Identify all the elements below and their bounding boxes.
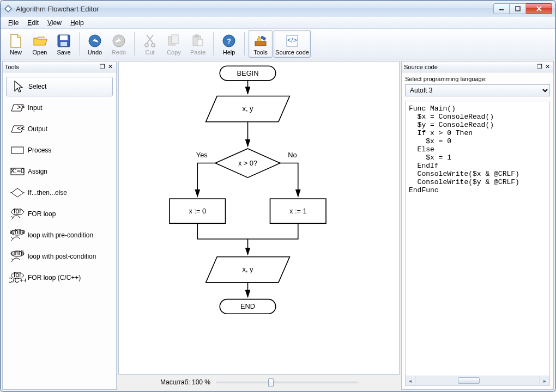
tool-input[interactable]: >> Input	[6, 98, 113, 118]
tool-select[interactable]: Select	[6, 77, 113, 96]
while-icon: while	[9, 229, 26, 241]
tools-pane: Tools ❐ ✕ Select >> Input << Output	[2, 61, 117, 390]
tool-if[interactable]: If...then...else	[6, 183, 113, 203]
help-icon: ?	[221, 33, 237, 48]
menubar: File Edit View Help	[1, 17, 555, 29]
toolbar: New Open Save Undo	[1, 29, 555, 59]
node-output: x, y	[243, 265, 254, 273]
svg-rect-1	[516, 7, 520, 11]
svg-rect-19	[261, 36, 266, 40]
svg-text:</>: </>	[287, 36, 297, 44]
svg-rect-12	[172, 35, 178, 44]
tools-icon	[253, 33, 268, 48]
label-no: No	[288, 151, 297, 159]
scroll-right-icon[interactable]: ▸	[540, 376, 549, 385]
for-c-icon: forC/C++	[9, 272, 26, 284]
output-icon: <<	[9, 125, 26, 133]
node-end: END	[240, 302, 255, 310]
svg-point-9	[145, 44, 148, 47]
svg-text:>>: >>	[17, 103, 25, 111]
language-select[interactable]: AutoIt 3	[405, 84, 550, 96]
source-code-icon: </>	[285, 33, 300, 48]
canvas-area: BEGIN x, y x > 0? Yes No x :=	[118, 61, 400, 390]
svg-text:until: until	[11, 250, 24, 257]
save-icon	[56, 33, 71, 48]
tool-until[interactable]: until loop with post-condition	[6, 247, 113, 266]
redo-icon	[111, 33, 126, 48]
zoom-slider[interactable]	[216, 377, 358, 387]
node-decision: x > 0?	[238, 159, 257, 167]
zoom-bar: Масштаб: 100 %	[118, 375, 400, 390]
source-pane-dock-button[interactable]: ❐	[536, 63, 543, 71]
menu-help[interactable]: Help	[66, 18, 88, 28]
for-icon: for	[9, 208, 26, 220]
menu-file[interactable]: File	[4, 18, 23, 28]
svg-point-10	[152, 44, 155, 47]
process-icon	[9, 146, 26, 155]
source-hscrollbar[interactable]: ◂ ▸	[405, 376, 550, 386]
svg-text:?: ?	[227, 38, 231, 45]
svg-rect-5	[60, 35, 68, 40]
tool-for[interactable]: for FOR loop	[6, 204, 113, 224]
save-button[interactable]: Save	[52, 30, 75, 58]
svg-text:for: for	[14, 208, 22, 215]
new-button[interactable]: New	[4, 30, 27, 58]
redo-button[interactable]: Redo	[107, 30, 130, 58]
zoom-label: Масштаб: 100 %	[160, 378, 210, 386]
folder-open-icon	[32, 33, 47, 48]
tools-pane-title: Tools	[5, 64, 99, 70]
help-button[interactable]: ? Help	[217, 30, 240, 58]
new-file-icon	[8, 33, 23, 48]
open-button[interactable]: Open	[28, 30, 51, 58]
titlebar: Algorithm Flowchart Editor	[1, 1, 555, 17]
cut-button[interactable]: Cut	[138, 30, 161, 58]
client-area: Tools ❐ ✕ Select >> Input << Output	[1, 59, 555, 391]
source-pane-title: Source code	[404, 64, 536, 70]
language-label: Select programming language:	[405, 76, 550, 82]
svg-rect-14	[195, 35, 198, 37]
tools-pane-close-button[interactable]: ✕	[106, 63, 114, 71]
cursor-icon	[10, 80, 26, 93]
source-code-view[interactable]: Func Main() $x = ConsoleRead() $y = Cons…	[405, 101, 550, 376]
input-icon: >>	[9, 103, 26, 112]
svg-text:<<: <<	[17, 125, 25, 132]
paste-button[interactable]: Paste	[186, 30, 209, 58]
tool-for-c[interactable]: forC/C++ FOR loop (C/C++)	[6, 268, 113, 287]
tool-assign[interactable]: X:=0 Assign	[6, 162, 113, 181]
node-begin: BEGIN	[237, 69, 259, 77]
app-title: Algorithm Flowchart Editor	[16, 5, 493, 13]
svg-rect-15	[197, 39, 203, 46]
cut-icon	[142, 33, 158, 48]
svg-text:while: while	[10, 229, 25, 236]
if-icon	[9, 187, 26, 198]
copy-icon	[166, 33, 182, 48]
close-button[interactable]	[526, 3, 552, 14]
node-assign-left: x := 0	[189, 207, 206, 215]
node-assign-right: x := 1	[289, 207, 307, 215]
svg-rect-18	[255, 41, 266, 46]
scroll-left-icon[interactable]: ◂	[406, 376, 415, 385]
menu-edit[interactable]: Edit	[23, 18, 43, 28]
tool-while[interactable]: while loop with pre-condition	[6, 225, 113, 245]
paste-icon	[190, 33, 206, 48]
tools-toggle-button[interactable]: Tools	[249, 30, 273, 58]
tool-process[interactable]: Process	[6, 140, 113, 160]
source-toggle-button[interactable]: </> Source code	[274, 30, 311, 58]
undo-button[interactable]: Undo	[83, 30, 106, 58]
tool-output[interactable]: << Output	[6, 119, 113, 139]
svg-rect-24	[11, 147, 23, 154]
minimize-button[interactable]	[493, 3, 510, 14]
flowchart-canvas[interactable]: BEGIN x, y x > 0? Yes No x :=	[118, 61, 400, 375]
node-input: x, y	[243, 105, 254, 113]
menu-view[interactable]: View	[43, 18, 66, 28]
until-icon: until	[9, 250, 26, 262]
copy-button[interactable]: Copy	[162, 30, 185, 58]
source-pane-close-button[interactable]: ✕	[543, 63, 551, 71]
label-yes: Yes	[196, 151, 208, 159]
tools-pane-dock-button[interactable]: ❐	[99, 63, 106, 71]
assign-icon: X:=0	[9, 167, 26, 176]
svg-text:C/C++: C/C++	[9, 277, 26, 284]
svg-text:X:=0: X:=0	[10, 167, 25, 175]
svg-rect-6	[61, 42, 67, 46]
maximize-button[interactable]	[510, 3, 526, 14]
